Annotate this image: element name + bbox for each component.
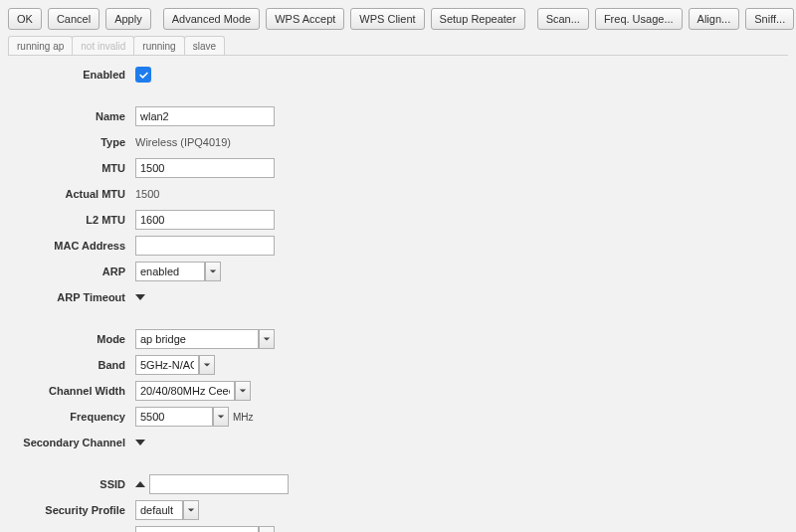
chevron-down-icon (217, 413, 225, 421)
tab-slave[interactable]: slave (184, 36, 225, 55)
top-toolbar: OK Cancel Apply Advanced Mode WPS Accept… (0, 0, 796, 36)
mac-address-label: MAC Address (8, 240, 135, 252)
ssid-collapse-icon[interactable] (135, 481, 145, 487)
chevron-down-icon (263, 335, 271, 343)
band-label: Band (8, 359, 135, 371)
frequency-unit: MHz (233, 412, 254, 423)
mode-label: Mode (8, 333, 135, 345)
security-profile-label: Security Profile (8, 504, 135, 516)
cancel-button[interactable]: Cancel (48, 8, 100, 30)
security-profile-select[interactable] (135, 500, 183, 520)
wps-accept-button[interactable]: WPS Accept (266, 8, 344, 30)
arp-timeout-label: ARP Timeout (8, 291, 135, 303)
channel-width-dropdown-button[interactable] (235, 381, 251, 401)
ok-button[interactable]: OK (8, 8, 42, 30)
band-dropdown-button[interactable] (199, 355, 215, 375)
arp-dropdown-button[interactable] (205, 262, 221, 281)
setup-repeater-button[interactable]: Setup Repeater (431, 8, 525, 30)
chevron-down-icon (209, 267, 217, 275)
chevron-down-icon (203, 361, 211, 369)
check-icon (138, 70, 149, 81)
form-area: Enabled Name Type Wireless (IPQ4019) MTU (0, 58, 796, 532)
scan-button[interactable]: Scan... (537, 8, 589, 30)
mtu-input[interactable] (135, 158, 275, 178)
status-tabs: running ap not invalid running slave (8, 36, 788, 56)
wps-mode-select[interactable] (135, 526, 259, 532)
advanced-mode-button[interactable]: Advanced Mode (163, 8, 261, 30)
mtu-label: MTU (8, 162, 135, 174)
secondary-channel-label: Secondary Channel (8, 437, 135, 448)
frequency-dropdown-button[interactable] (213, 407, 229, 427)
mode-select[interactable] (135, 329, 259, 349)
channel-width-select[interactable] (135, 381, 235, 401)
tab-running[interactable]: running (133, 36, 184, 55)
actual-mtu-value: 1500 (135, 188, 159, 200)
l2-mtu-input[interactable] (135, 210, 275, 230)
freq-usage-button[interactable]: Freq. Usage... (595, 8, 683, 30)
l2-mtu-label: L2 MTU (8, 214, 135, 226)
chevron-down-icon (187, 506, 195, 514)
mac-address-input[interactable] (135, 236, 275, 256)
mode-dropdown-button[interactable] (259, 329, 275, 349)
name-label: Name (8, 110, 135, 122)
arp-select[interactable] (135, 262, 205, 281)
arp-label: ARP (8, 266, 135, 277)
frequency-select[interactable] (135, 407, 213, 427)
sniff-button[interactable]: Sniff... (745, 8, 794, 30)
align-button[interactable]: Align... (689, 8, 740, 30)
wps-client-button[interactable]: WPS Client (350, 8, 424, 30)
secondary-channel-expand-icon[interactable] (135, 440, 145, 445)
tab-running-ap[interactable]: running ap (8, 36, 73, 55)
band-select[interactable] (135, 355, 199, 375)
enabled-checkbox[interactable] (135, 67, 151, 83)
channel-width-label: Channel Width (8, 385, 135, 397)
name-input[interactable] (135, 106, 275, 126)
wps-mode-dropdown-button[interactable] (259, 526, 275, 532)
apply-button[interactable]: Apply (105, 8, 151, 30)
arp-timeout-expand-icon[interactable] (135, 294, 145, 300)
enabled-label: Enabled (8, 69, 135, 81)
tab-not-invalid[interactable]: not invalid (72, 36, 134, 55)
type-value: Wireless (IPQ4019) (135, 136, 231, 148)
ssid-label: SSID (8, 478, 135, 490)
type-label: Type (8, 136, 135, 148)
frequency-label: Frequency (8, 411, 135, 423)
security-profile-dropdown-button[interactable] (183, 500, 199, 520)
actual-mtu-label: Actual MTU (8, 188, 135, 200)
chevron-down-icon (239, 387, 247, 395)
ssid-input[interactable] (149, 474, 289, 494)
